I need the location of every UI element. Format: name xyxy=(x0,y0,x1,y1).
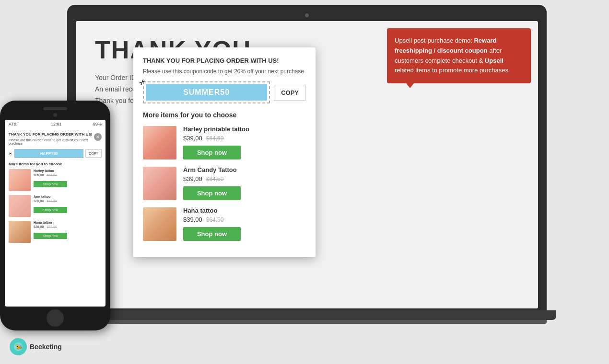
phone-product-prices-2: $39,00 $64,50 xyxy=(34,199,102,203)
shop-now-button-1[interactable]: Shop now xyxy=(183,146,241,159)
logo-text: Beeketing xyxy=(30,343,62,351)
phone: AT&T 12:01 99% ✕ THANK YOU FOR PLACING O… xyxy=(0,101,110,330)
phone-coupon-code: HAPPY30 xyxy=(14,149,83,158)
phone-shop-button-2[interactable]: Shop now xyxy=(34,207,67,213)
phone-product-prices-3: $39,00 $64,50 xyxy=(34,225,102,228)
product-item-3: Hana tattoo $39,00 $64,50 Shop now xyxy=(143,207,306,241)
price-current-2: $39,00 xyxy=(183,175,202,182)
phone-camera xyxy=(53,113,57,117)
price-current-3: $39,00 xyxy=(183,216,202,223)
modal-subtitle: Please use this coupon code to get 20% o… xyxy=(143,68,306,75)
logo-icon: 🐝 xyxy=(10,338,27,355)
price-original-1: $64,50 xyxy=(206,135,224,142)
phone-price-original-1: $64,50 xyxy=(47,173,57,177)
phone-modal-subtitle: Please use this coupon code to get 20% o… xyxy=(9,138,102,145)
product-info-2: Arm Candy Tattoo $39,00 $64,50 Shop now xyxy=(183,166,306,200)
product-name-1: Harley printable tattoo xyxy=(183,125,306,133)
phone-product-2: Arm tattoo $39,00 $64,50 Shop now xyxy=(9,195,102,217)
product-image-1 xyxy=(143,126,176,159)
phone-product-prices-1: $39,00 $64,50 xyxy=(34,173,102,177)
phone-product-info-2: Arm tattoo $39,00 $64,50 Shop now xyxy=(34,195,102,213)
laptop-body: THANK YOU Your Order ID is: #2137 An ema… xyxy=(67,5,547,311)
price-current-1: $39,00 xyxy=(183,135,202,142)
modal-title: THANK YOU FOR PLACING ORDER WITH US! xyxy=(143,57,306,64)
product-item-2: Arm Candy Tattoo $39,00 $64,50 Shop now xyxy=(143,166,306,200)
coupon-code-box: SUMMER50 xyxy=(143,81,270,103)
phone-shop-button-1[interactable]: Shop now xyxy=(34,181,67,187)
phone-price-original-2: $64,50 xyxy=(47,199,57,203)
product-prices-3: $39,00 $64,50 xyxy=(183,216,306,223)
laptop-foot xyxy=(67,320,547,324)
phone-product-name-3: Hana tattoo xyxy=(34,221,102,224)
phone-product-1: Harley tattoo $39,00 $64,50 Shop now xyxy=(9,169,102,191)
phone-close-button[interactable]: ✕ xyxy=(94,133,102,141)
phone-more-title: More items for you to choose xyxy=(9,162,102,166)
phone-copy-button[interactable]: COPY xyxy=(85,149,102,158)
phone-product-name-2: Arm tattoo xyxy=(34,195,102,198)
beeketing-logo-svg: 🐝 xyxy=(13,342,23,352)
phone-price-current-3: $39,00 xyxy=(34,225,44,228)
phone-product-info-1: Harley tattoo $39,00 $64,50 Shop now xyxy=(34,169,102,187)
product-info-3: Hana tattoo $39,00 $64,50 Shop now xyxy=(183,207,306,241)
laptop-base xyxy=(58,310,556,320)
shop-now-button-2[interactable]: Shop now xyxy=(183,186,241,200)
product-image-3 xyxy=(143,207,176,241)
phone-modal-title: THANK YOU FOR PLACING ORDER WITH US! xyxy=(9,132,102,136)
laptop: THANK YOU Your Order ID is: #2137 An ema… xyxy=(67,5,571,340)
product-prices-1: $39,00 $64,50 xyxy=(183,135,306,142)
product-prices-2: $39,00 $64,50 xyxy=(183,175,306,182)
laptop-screen: THANK YOU Your Order ID is: #2137 An ema… xyxy=(76,21,538,308)
phone-price-current-1: $39,00 xyxy=(34,173,44,177)
product-image-2 xyxy=(143,167,176,200)
phone-screen: AT&T 12:01 99% ✕ THANK YOU FOR PLACING O… xyxy=(5,120,105,307)
product-name-3: Hana tattoo xyxy=(183,207,306,214)
phone-content: ✕ THANK YOU FOR PLACING ORDER WITH US! P… xyxy=(5,128,105,304)
price-original-3: $64,50 xyxy=(206,216,224,223)
tooltip-bold-2: Upsell xyxy=(485,57,504,64)
price-original-2: $64,50 xyxy=(206,176,224,182)
tooltip-box: Upsell post-purchase demo: Reward freesh… xyxy=(387,28,531,83)
laptop-camera xyxy=(305,13,309,17)
product-item-1: Harley printable tattoo $39,00 $64,50 Sh… xyxy=(143,125,306,159)
beeketing-logo: 🐝 Beeketing xyxy=(10,338,62,355)
shop-now-button-3[interactable]: Shop now xyxy=(183,227,241,241)
phone-speaker xyxy=(43,107,67,110)
modal-overlay: THANK YOU FOR PLACING ORDER WITH US! Ple… xyxy=(133,47,316,257)
phone-product-name-1: Harley tattoo xyxy=(34,169,102,172)
coupon-code-display: SUMMER50 xyxy=(146,84,267,101)
screen-content: THANK YOU Your Order ID is: #2137 An ema… xyxy=(76,21,538,308)
phone-product-info-3: Hana tattoo $39,00 $64,50 Shop now xyxy=(34,221,102,239)
phone-product-image-3 xyxy=(9,221,31,243)
svg-text:🐝: 🐝 xyxy=(15,343,23,350)
phone-time: 12:01 xyxy=(51,122,62,126)
product-info-1: Harley printable tattoo $39,00 $64,50 Sh… xyxy=(183,125,306,159)
tooltip-text-after: related items to promote more purchases. xyxy=(395,67,510,74)
phone-product-3: Hana tattoo $39,00 $64,50 Shop now xyxy=(9,221,102,243)
phone-product-image-1 xyxy=(9,169,31,191)
phone-price-current-2: $39,00 xyxy=(34,199,44,203)
copy-button[interactable]: COPY xyxy=(274,85,306,101)
phone-home-button[interactable] xyxy=(47,309,64,327)
phone-product-image-2 xyxy=(9,195,31,217)
phone-carrier: AT&T xyxy=(9,122,19,126)
phone-price-original-3: $64,50 xyxy=(47,225,57,228)
phone-status-bar: AT&T 12:01 99% xyxy=(5,120,105,128)
phone-battery: 99% xyxy=(93,122,102,126)
phone-scissors-icon: ✂ xyxy=(9,151,12,156)
more-items-title: More items for you to choose xyxy=(143,111,306,119)
phone-shop-button-3[interactable]: Shop now xyxy=(34,233,67,239)
product-name-2: Arm Candy Tattoo xyxy=(183,166,306,173)
coupon-area: ✂ SUMMER50 COPY xyxy=(143,81,306,103)
tooltip-text-before: Upsell post-purchase demo: xyxy=(395,37,474,44)
phone-coupon-area: ✂ HAPPY30 COPY xyxy=(9,149,102,158)
